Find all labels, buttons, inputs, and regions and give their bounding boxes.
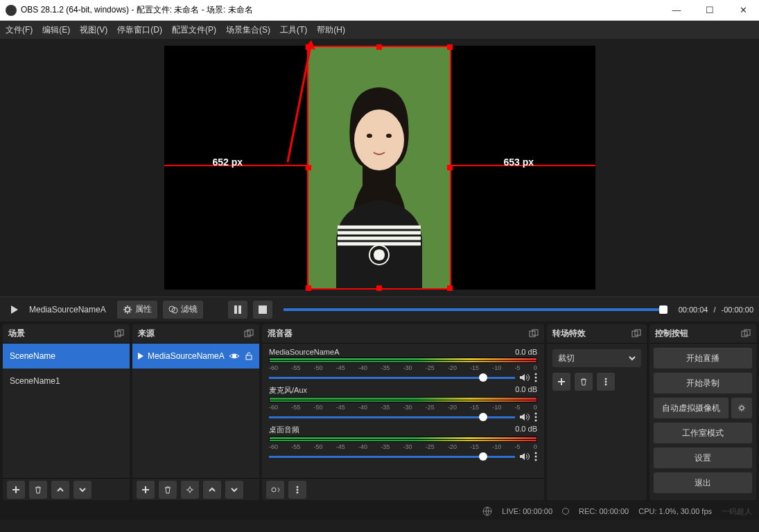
media-source-name: MediaSourceNameA <box>29 305 106 314</box>
menu-view[interactable]: 视图(V) <box>80 24 107 36</box>
svg-point-24 <box>535 380 537 382</box>
mixer-channel-db: 0.0 dB <box>515 348 537 356</box>
selection-box[interactable] <box>307 46 451 290</box>
dots-vertical-icon <box>604 378 607 386</box>
menu-file[interactable]: 文件(F) <box>6 24 33 36</box>
svg-point-23 <box>535 377 537 379</box>
svg-rect-18 <box>246 355 252 360</box>
mixer-settings-button[interactable] <box>266 481 284 499</box>
scenes-title: 场景 <box>8 328 25 339</box>
menu-scenes[interactable]: 场景集合(S) <box>226 24 270 36</box>
volume-slider[interactable] <box>269 416 515 418</box>
svg-point-29 <box>535 456 537 458</box>
lock-icon[interactable] <box>244 351 254 361</box>
remove-transition-button[interactable] <box>575 373 593 391</box>
channel-menu-button[interactable] <box>534 373 537 382</box>
status-live: LIVE: 00:00:00 <box>502 507 552 515</box>
chevron-down-icon <box>230 486 238 494</box>
filters-button[interactable]: 滤镜 <box>163 301 203 319</box>
remove-scene-button[interactable] <box>29 481 47 499</box>
right-dimension-label: 653 px <box>504 157 534 168</box>
scene-item[interactable]: SceneName <box>3 344 130 369</box>
svg-rect-10 <box>234 305 237 314</box>
svg-point-25 <box>535 413 537 415</box>
menu-profile[interactable]: 配置文件(P) <box>172 24 216 36</box>
chevron-up-icon <box>208 486 216 494</box>
transition-selected-label: 裁切 <box>558 353 575 364</box>
media-stop-button[interactable] <box>253 301 272 319</box>
vu-meter <box>269 357 537 363</box>
svg-point-31 <box>272 488 276 492</box>
popout-icon[interactable] <box>741 329 751 339</box>
mixer-channel-name: MediaSourceNameA <box>269 348 515 356</box>
source-properties-button[interactable] <box>181 481 199 499</box>
left-dimension-label: 652 px <box>213 157 243 168</box>
preview-canvas[interactable]: 652 px 653 px <box>0 39 759 296</box>
popout-icon[interactable] <box>114 329 124 339</box>
svg-point-26 <box>535 416 537 418</box>
popout-icon[interactable] <box>244 329 254 339</box>
pause-icon <box>234 305 242 314</box>
remove-source-button[interactable] <box>159 481 177 499</box>
scene-down-button[interactable] <box>73 481 91 499</box>
plus-icon <box>141 486 150 494</box>
svg-point-42 <box>740 407 744 410</box>
filters-label: 滤镜 <box>181 303 198 315</box>
maximize-button[interactable]: ☐ <box>699 5 720 15</box>
virtual-camera-button[interactable]: 自动虚拟摄像机 <box>654 398 729 418</box>
vu-meter <box>269 397 537 402</box>
menu-edit[interactable]: 编辑(E) <box>42 24 70 36</box>
menu-help[interactable]: 帮助(H) <box>317 24 345 36</box>
media-pause-button[interactable] <box>228 301 247 319</box>
popout-icon[interactable] <box>631 329 641 339</box>
media-elapsed: 00:00:04 <box>679 305 708 314</box>
status-rec: REC: 00:00:00 <box>579 507 629 515</box>
filter-icon <box>168 305 178 314</box>
settings-button[interactable]: 设置 <box>654 447 752 468</box>
source-item-label: MediaSourceNameA <box>148 351 225 361</box>
channel-menu-button[interactable] <box>534 412 537 422</box>
svg-point-27 <box>535 420 537 422</box>
mixer-channel-name: 麦克风/Aux <box>269 385 515 396</box>
volume-slider[interactable] <box>269 377 515 379</box>
menu-dock[interactable]: 停靠窗口(D) <box>117 24 162 36</box>
mixer-channel-name: 桌面音频 <box>269 425 515 435</box>
properties-button[interactable]: 属性 <box>117 301 157 319</box>
svg-point-37 <box>605 378 607 380</box>
volume-slider[interactable] <box>269 456 515 458</box>
transition-select[interactable]: 裁切 <box>552 349 641 367</box>
sources-title: 来源 <box>138 328 155 339</box>
speaker-icon[interactable] <box>519 373 530 382</box>
add-scene-button[interactable] <box>7 481 25 499</box>
studio-mode-button[interactable]: 工作室模式 <box>654 423 752 443</box>
close-button[interactable]: ✕ <box>733 5 753 15</box>
add-transition-button[interactable] <box>552 373 570 391</box>
exit-button[interactable]: 退出 <box>654 472 752 493</box>
gear-icon <box>123 305 132 314</box>
network-icon <box>482 506 492 516</box>
speaker-icon[interactable] <box>519 452 530 461</box>
mixer-menu-button[interactable] <box>288 481 306 499</box>
add-source-button[interactable] <box>137 481 155 499</box>
menu-tools[interactable]: 工具(T) <box>280 24 307 36</box>
source-item[interactable]: MediaSourceNameA <box>132 344 259 369</box>
vu-ticks: -60-55-50-45-40-35-30-25-20-15-10-50 <box>269 404 537 411</box>
source-up-button[interactable] <box>203 481 221 499</box>
visibility-icon[interactable] <box>229 351 240 362</box>
scene-item[interactable]: SceneName1 <box>3 369 130 393</box>
start-streaming-button[interactable]: 开始直播 <box>654 348 752 369</box>
virtual-camera-settings-button[interactable] <box>731 398 752 418</box>
media-progress[interactable] <box>283 308 668 311</box>
channel-menu-button[interactable] <box>534 452 537 461</box>
chevron-down-icon <box>629 355 636 362</box>
transition-menu-button[interactable] <box>597 373 615 391</box>
scene-up-button[interactable] <box>51 481 69 499</box>
start-recording-button[interactable]: 开始录制 <box>654 373 752 393</box>
source-down-button[interactable] <box>225 481 243 499</box>
dots-vertical-icon <box>296 486 299 494</box>
speaker-icon[interactable] <box>519 412 530 422</box>
stop-icon <box>259 305 267 314</box>
play-preview-button[interactable] <box>6 301 24 319</box>
popout-icon[interactable] <box>529 329 539 339</box>
minimize-button[interactable]: — <box>666 5 687 15</box>
